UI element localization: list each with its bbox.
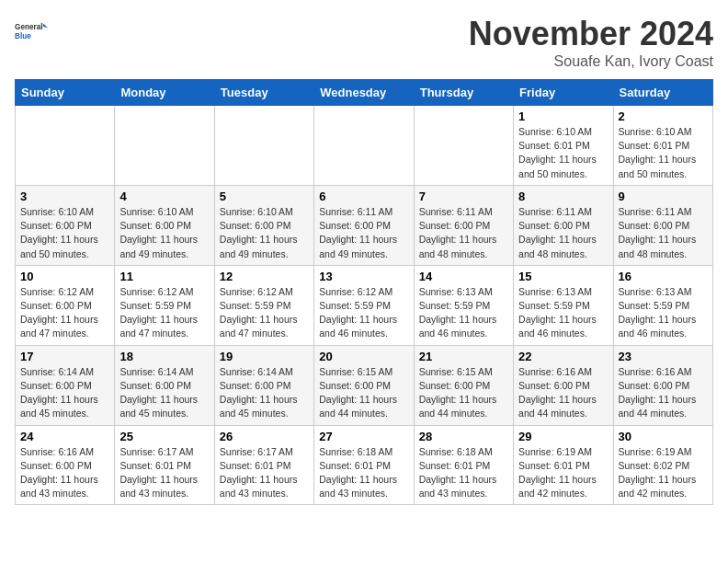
- day-info: Sunrise: 6:16 AM Sunset: 6:00 PM Dayligh…: [20, 445, 109, 501]
- day-number: 14: [419, 270, 508, 283]
- calendar-header-row: SundayMondayTuesdayWednesdayThursdayFrid…: [16, 80, 713, 106]
- location: Souafe Kan, Ivory Coast: [469, 53, 713, 70]
- col-header-saturday: Saturday: [613, 80, 712, 106]
- day-number: 7: [419, 190, 508, 203]
- day-cell: 27Sunrise: 6:18 AM Sunset: 6:01 PM Dayli…: [314, 425, 414, 505]
- day-info: Sunrise: 6:17 AM Sunset: 6:01 PM Dayligh…: [119, 445, 209, 501]
- day-cell: 13Sunrise: 6:12 AM Sunset: 5:59 PM Dayli…: [314, 265, 414, 345]
- day-cell: 4Sunrise: 6:10 AM Sunset: 6:00 PM Daylig…: [115, 185, 214, 265]
- day-number: 11: [119, 270, 209, 283]
- day-cell: [214, 106, 313, 186]
- day-info: Sunrise: 6:12 AM Sunset: 6:00 PM Dayligh…: [20, 285, 109, 341]
- day-info: Sunrise: 6:13 AM Sunset: 5:59 PM Dayligh…: [619, 285, 708, 341]
- logo-svg: General Blue: [15, 15, 48, 48]
- day-cell: 8Sunrise: 6:11 AM Sunset: 6:00 PM Daylig…: [514, 185, 613, 265]
- day-info: Sunrise: 6:10 AM Sunset: 6:00 PM Dayligh…: [220, 205, 309, 261]
- day-info: Sunrise: 6:11 AM Sunset: 6:00 PM Dayligh…: [319, 205, 408, 261]
- day-info: Sunrise: 6:16 AM Sunset: 6:00 PM Dayligh…: [518, 365, 608, 421]
- day-number: 3: [20, 190, 109, 203]
- calendar-table: SundayMondayTuesdayWednesdayThursdayFrid…: [15, 79, 713, 505]
- day-number: 26: [220, 430, 309, 443]
- day-number: 27: [319, 430, 408, 443]
- day-cell: 25Sunrise: 6:17 AM Sunset: 6:01 PM Dayli…: [115, 425, 214, 505]
- day-number: 17: [20, 350, 109, 363]
- day-info: Sunrise: 6:11 AM Sunset: 6:00 PM Dayligh…: [419, 205, 508, 261]
- day-cell: 19Sunrise: 6:14 AM Sunset: 6:00 PM Dayli…: [214, 345, 313, 425]
- day-cell: 2Sunrise: 6:10 AM Sunset: 6:01 PM Daylig…: [613, 106, 712, 186]
- day-cell: 15Sunrise: 6:13 AM Sunset: 5:59 PM Dayli…: [514, 265, 613, 345]
- day-number: 20: [319, 350, 408, 363]
- col-header-wednesday: Wednesday: [314, 80, 414, 106]
- day-info: Sunrise: 6:19 AM Sunset: 6:01 PM Dayligh…: [518, 445, 608, 501]
- day-number: 9: [619, 190, 708, 203]
- day-info: Sunrise: 6:15 AM Sunset: 6:00 PM Dayligh…: [419, 365, 508, 421]
- day-number: 8: [518, 190, 608, 203]
- week-row-1: 1Sunrise: 6:10 AM Sunset: 6:01 PM Daylig…: [16, 106, 713, 186]
- day-cell: 5Sunrise: 6:10 AM Sunset: 6:00 PM Daylig…: [214, 185, 313, 265]
- day-cell: 21Sunrise: 6:15 AM Sunset: 6:00 PM Dayli…: [414, 345, 513, 425]
- logo: General Blue: [15, 15, 48, 48]
- day-number: 13: [319, 270, 408, 283]
- day-number: 24: [20, 430, 109, 443]
- day-info: Sunrise: 6:10 AM Sunset: 6:01 PM Dayligh…: [619, 125, 708, 181]
- day-number: 28: [419, 430, 508, 443]
- day-cell: 9Sunrise: 6:11 AM Sunset: 6:00 PM Daylig…: [613, 185, 712, 265]
- day-cell: 22Sunrise: 6:16 AM Sunset: 6:00 PM Dayli…: [514, 345, 613, 425]
- day-info: Sunrise: 6:14 AM Sunset: 6:00 PM Dayligh…: [20, 365, 109, 421]
- day-cell: 20Sunrise: 6:15 AM Sunset: 6:00 PM Dayli…: [314, 345, 414, 425]
- day-cell: 7Sunrise: 6:11 AM Sunset: 6:00 PM Daylig…: [414, 185, 513, 265]
- day-cell: 12Sunrise: 6:12 AM Sunset: 5:59 PM Dayli…: [214, 265, 313, 345]
- svg-marker-2: [43, 23, 48, 28]
- day-cell: 17Sunrise: 6:14 AM Sunset: 6:00 PM Dayli…: [16, 345, 115, 425]
- week-row-2: 3Sunrise: 6:10 AM Sunset: 6:00 PM Daylig…: [16, 185, 713, 265]
- day-number: 18: [119, 350, 209, 363]
- day-info: Sunrise: 6:16 AM Sunset: 6:00 PM Dayligh…: [619, 365, 708, 421]
- day-cell: 30Sunrise: 6:19 AM Sunset: 6:02 PM Dayli…: [613, 425, 712, 505]
- day-number: 4: [119, 190, 209, 203]
- day-cell: 18Sunrise: 6:14 AM Sunset: 6:00 PM Dayli…: [115, 345, 214, 425]
- day-info: Sunrise: 6:18 AM Sunset: 6:01 PM Dayligh…: [319, 445, 408, 501]
- day-cell: 23Sunrise: 6:16 AM Sunset: 6:00 PM Dayli…: [613, 345, 712, 425]
- day-cell: 14Sunrise: 6:13 AM Sunset: 5:59 PM Dayli…: [414, 265, 513, 345]
- day-number: 29: [518, 430, 608, 443]
- day-cell: [314, 106, 414, 186]
- day-cell: 3Sunrise: 6:10 AM Sunset: 6:00 PM Daylig…: [16, 185, 115, 265]
- day-info: Sunrise: 6:10 AM Sunset: 6:00 PM Dayligh…: [119, 205, 209, 261]
- day-info: Sunrise: 6:15 AM Sunset: 6:00 PM Dayligh…: [319, 365, 408, 421]
- svg-text:Blue: Blue: [15, 32, 31, 40]
- week-row-5: 24Sunrise: 6:16 AM Sunset: 6:00 PM Dayli…: [16, 425, 713, 505]
- day-info: Sunrise: 6:18 AM Sunset: 6:01 PM Dayligh…: [419, 445, 508, 501]
- day-info: Sunrise: 6:11 AM Sunset: 6:00 PM Dayligh…: [518, 205, 608, 261]
- svg-text:General: General: [15, 23, 43, 31]
- day-cell: 24Sunrise: 6:16 AM Sunset: 6:00 PM Dayli…: [16, 425, 115, 505]
- day-info: Sunrise: 6:14 AM Sunset: 6:00 PM Dayligh…: [220, 365, 309, 421]
- day-number: 5: [220, 190, 309, 203]
- page-header: General Blue November 2024 Souafe Kan, I…: [15, 15, 713, 70]
- day-cell: [115, 106, 214, 186]
- week-row-3: 10Sunrise: 6:12 AM Sunset: 6:00 PM Dayli…: [16, 265, 713, 345]
- day-info: Sunrise: 6:12 AM Sunset: 5:59 PM Dayligh…: [319, 285, 408, 341]
- day-number: 30: [619, 430, 708, 443]
- day-cell: 16Sunrise: 6:13 AM Sunset: 5:59 PM Dayli…: [613, 265, 712, 345]
- day-cell: 10Sunrise: 6:12 AM Sunset: 6:00 PM Dayli…: [16, 265, 115, 345]
- day-info: Sunrise: 6:11 AM Sunset: 6:00 PM Dayligh…: [619, 205, 708, 261]
- day-number: 1: [518, 109, 608, 123]
- day-info: Sunrise: 6:17 AM Sunset: 6:01 PM Dayligh…: [220, 445, 309, 501]
- col-header-thursday: Thursday: [414, 80, 513, 106]
- day-cell: 28Sunrise: 6:18 AM Sunset: 6:01 PM Dayli…: [414, 425, 513, 505]
- month-title: November 2024: [469, 15, 713, 53]
- day-number: 2: [619, 109, 708, 123]
- day-cell: [16, 106, 115, 186]
- day-number: 21: [419, 350, 508, 363]
- day-cell: 29Sunrise: 6:19 AM Sunset: 6:01 PM Dayli…: [514, 425, 613, 505]
- day-number: 15: [518, 270, 608, 283]
- day-number: 23: [619, 350, 708, 363]
- day-number: 12: [220, 270, 309, 283]
- day-info: Sunrise: 6:10 AM Sunset: 6:01 PM Dayligh…: [518, 125, 608, 181]
- day-number: 19: [220, 350, 309, 363]
- day-info: Sunrise: 6:12 AM Sunset: 5:59 PM Dayligh…: [220, 285, 309, 341]
- day-info: Sunrise: 6:10 AM Sunset: 6:00 PM Dayligh…: [20, 205, 109, 261]
- day-cell: [414, 106, 513, 186]
- day-number: 6: [319, 190, 408, 203]
- day-info: Sunrise: 6:13 AM Sunset: 5:59 PM Dayligh…: [419, 285, 508, 341]
